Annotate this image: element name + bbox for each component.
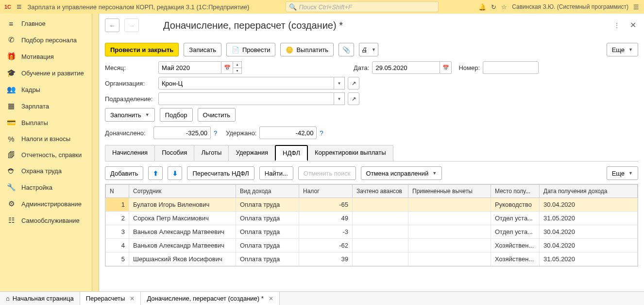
clear-button[interactable]: Очистить	[198, 108, 236, 122]
sidebar-icon: ≡	[7, 19, 16, 28]
month-input[interactable]: Май 2020	[158, 61, 221, 74]
move-up-button[interactable]: ⬆	[148, 166, 163, 180]
post-close-button[interactable]: Провести и закрыть	[105, 43, 179, 56]
tab[interactable]: Корректировки выплаты	[307, 145, 393, 161]
close-tab-icon[interactable]: ✕	[130, 295, 135, 302]
dep-input[interactable]	[158, 92, 334, 105]
org-label: Организация:	[105, 80, 158, 87]
sidebar-item[interactable]: 🎓Обучение и развитие	[0, 65, 92, 81]
tab[interactable]: Начисления	[105, 145, 155, 161]
more-button[interactable]: Еще▼	[607, 43, 638, 56]
col-header[interactable]: Зачтено авансов	[353, 185, 408, 198]
number-label: Номер:	[458, 64, 480, 72]
sidebar-item[interactable]: ▦Зарплата	[0, 98, 92, 114]
tab[interactable]: Удержания	[228, 145, 275, 161]
sidebar-item[interactable]: %Налоги и взносы	[0, 131, 92, 147]
col-header[interactable]: Примененные вычеты	[408, 185, 491, 198]
user-name[interactable]: Савинская З.Ю. (Системный программист)	[512, 3, 628, 10]
sidebar-label: Охрана труда	[21, 167, 62, 175]
sidebar-item[interactable]: 👥Кадры	[0, 81, 92, 98]
table-row[interactable]: 4Ваньков Александр МатвеевичОплата труда…	[106, 239, 638, 252]
dep-open-icon[interactable]: ↗	[348, 92, 359, 105]
dep-dropdown-icon[interactable]: ▼	[334, 92, 345, 105]
find-button[interactable]: Найти...	[259, 166, 293, 180]
home-icon: ⌂	[6, 295, 10, 302]
print-button[interactable]: 🖨▼	[359, 43, 378, 56]
col-header[interactable]: Сотрудник	[129, 185, 236, 198]
date-label: Дата:	[354, 64, 369, 72]
search-icon: 🔍	[289, 3, 297, 11]
col-header[interactable]: Место полу...	[491, 185, 540, 198]
sidebar-item[interactable]: 🔧Настройка	[0, 179, 92, 196]
col-header[interactable]: N	[106, 185, 129, 198]
tab-more-button[interactable]: Еще▼	[607, 166, 638, 180]
table-row[interactable]: 1Булатов Игорь ВиленовичОплата труда-65Р…	[106, 198, 638, 212]
recalc-button[interactable]: Пересчитать НДФЛ	[187, 166, 254, 180]
pick-button[interactable]: Подбор	[160, 108, 193, 122]
org-open-icon[interactable]: ↗	[348, 77, 359, 90]
number-input[interactable]	[483, 61, 539, 74]
withheld-help-icon[interactable]: ?	[320, 129, 323, 137]
search-input[interactable]: 🔍 Поиск Ctrl+Shift+F	[286, 1, 439, 12]
close-tab-icon[interactable]: ✕	[269, 295, 273, 302]
fill-button[interactable]: Заполнить▼	[105, 108, 155, 122]
tab[interactable]: Льготы	[194, 145, 229, 161]
sidebar-item[interactable]: ⛑Охрана труда	[0, 163, 92, 179]
sidebar-label: Главное	[21, 20, 46, 27]
date-calendar-icon[interactable]: 📅	[440, 61, 452, 74]
accrued-value[interactable]: -325,00	[153, 126, 211, 139]
pay-button[interactable]: 🪙Выплатить	[280, 43, 334, 56]
col-header[interactable]: Дата получения дохода	[540, 185, 638, 198]
bottom-tab-doc[interactable]: Доначисление, перерасчет (создание) *✕	[141, 292, 279, 305]
menu-lines-icon[interactable]: ☰	[633, 3, 639, 11]
org-dropdown-icon[interactable]: ▼	[334, 77, 345, 90]
col-header[interactable]: Вид дохода	[236, 185, 299, 198]
sidebar-label: Настройка	[21, 184, 52, 191]
tabs: НачисленияПособияЛьготыУдержанияНДФЛКорр…	[105, 145, 638, 161]
sidebar-item[interactable]: ⚙Администрирование	[0, 196, 92, 212]
cancel-fix-button[interactable]: Отмена исправлений▼	[361, 166, 442, 180]
ndfl-table: NСотрудникВид доходаНалогЗачтено авансов…	[105, 184, 638, 266]
bottom-tab-recalc[interactable]: Перерасчеты✕	[80, 292, 141, 305]
date-input[interactable]: 29.05.2020	[372, 61, 440, 74]
home-tab[interactable]: ⌂Начальная страница	[0, 292, 80, 305]
sidebar-item[interactable]: ≡Главное	[0, 16, 92, 32]
sidebar-item[interactable]: 🗐Отчетность, справки	[0, 147, 92, 163]
tab[interactable]: Пособия	[154, 145, 194, 161]
sidebar: ≡Главное✆Подбор персонала🎁Мотивация🎓Обуч…	[0, 14, 92, 291]
sidebar-item[interactable]: 💳Выплаты	[0, 114, 92, 131]
col-header[interactable]: Налог	[299, 185, 353, 198]
sidebar-item[interactable]: 🎁Мотивация	[0, 48, 92, 65]
month-calendar-icon[interactable]: 📅	[221, 61, 233, 74]
org-input[interactable]: Крон-Ц	[158, 77, 334, 90]
sidebar-icon: ⚙	[7, 199, 16, 208]
sidebar-item[interactable]: ☷Самообслуживание	[0, 212, 92, 229]
close-icon[interactable]: ✕	[630, 20, 636, 30]
move-down-button[interactable]: ⬇	[168, 166, 182, 180]
print-icon: 🖨	[361, 46, 368, 54]
clip-icon: 📎	[342, 46, 350, 54]
tab[interactable]: НДФЛ	[275, 145, 308, 161]
post-button[interactable]: 📄Провести	[226, 43, 276, 56]
sidebar-label: Налоги и взносы	[21, 135, 70, 143]
cancel-find-button: Отменить поиск	[298, 166, 356, 180]
nav-back-button[interactable]: ←	[105, 18, 119, 32]
table-row[interactable]: 5Шершанский Яков ИосифовичОплата труда39…	[106, 252, 638, 266]
accrued-help-icon[interactable]: ?	[214, 129, 217, 137]
accrued-label: Доначислено:	[105, 129, 151, 137]
table-row[interactable]: 2Сорока Петр МаксимовичОплата труда49Отд…	[106, 212, 638, 225]
withheld-value[interactable]: -42,00	[259, 126, 317, 139]
table-row[interactable]: 3Ваньков Александр МатвеевичОплата труда…	[106, 225, 638, 239]
bell-icon[interactable]: 🔔	[478, 3, 486, 11]
star-icon[interactable]: ☆	[501, 3, 507, 11]
save-button[interactable]: Записать	[184, 43, 221, 56]
attach-button[interactable]: 📎	[339, 43, 354, 56]
sidebar-item[interactable]: ✆Подбор персонала	[0, 32, 92, 48]
sidebar-label: Обучение и развитие	[21, 70, 84, 77]
page-title: Доначисление, перерасчет (создание) *	[163, 20, 343, 31]
more-dots-icon[interactable]: ⋮	[613, 21, 621, 29]
history-icon[interactable]: ↻	[491, 3, 496, 11]
hamburger-icon[interactable]: ≡	[17, 2, 22, 12]
add-button[interactable]: Добавить	[105, 166, 143, 180]
month-spin[interactable]: ▲▼	[233, 61, 242, 74]
